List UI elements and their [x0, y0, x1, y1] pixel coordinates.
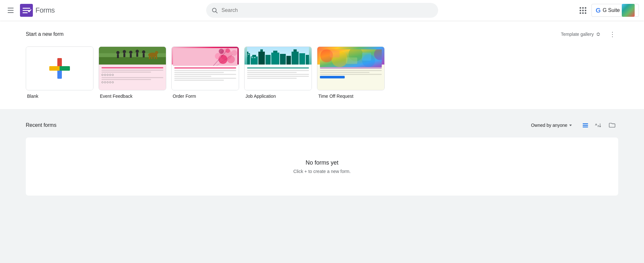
svg-rect-41	[260, 49, 263, 52]
search-container	[206, 3, 438, 18]
plus-icon	[49, 58, 70, 79]
gsuite-g-letter: G	[596, 7, 601, 14]
order-thumb-content	[172, 47, 239, 90]
svg-rect-46	[286, 56, 291, 65]
blank-thumb-content	[26, 47, 93, 90]
header-right: G G Suite	[568, 4, 639, 17]
svg-rect-66	[583, 125, 588, 126]
template-card-order-form[interactable]: Order Form	[171, 46, 239, 99]
empty-subtitle: Click + to create a new form.	[293, 169, 351, 174]
more-options-button[interactable]: ⋮	[607, 28, 618, 40]
recent-header: Recent forms Owned by anyone	[26, 119, 618, 131]
blank-label: Blank	[26, 94, 93, 99]
svg-line-5	[216, 12, 217, 13]
new-form-section: Start a new form Template gallery ⋮	[0, 21, 644, 109]
svg-rect-49	[299, 53, 305, 65]
job-photo-svg	[247, 47, 309, 65]
svg-point-11	[123, 50, 126, 53]
gsuite-label: G Suite	[603, 7, 620, 13]
apps-grid-button[interactable]	[577, 5, 589, 16]
sort-az-button[interactable]: A Z	[592, 119, 605, 131]
empty-title: No forms yet	[305, 159, 338, 166]
order-photo-svg	[173, 48, 237, 66]
blank-thumbnail	[26, 46, 93, 90]
user-avatar	[622, 4, 635, 17]
event-thumb-content	[99, 47, 166, 90]
event-photo	[99, 47, 166, 65]
event-thumb-top	[99, 47, 166, 65]
search-input[interactable]	[222, 7, 433, 13]
list-view-button[interactable]	[580, 119, 591, 131]
template-card-blank[interactable]: Blank	[26, 46, 93, 99]
svg-rect-23	[154, 56, 155, 59]
main-content: Start a new form Template gallery ⋮	[0, 21, 644, 206]
svg-rect-42	[265, 55, 271, 65]
job-thumb-body	[245, 65, 312, 90]
svg-rect-7	[99, 56, 166, 65]
order-thumb-body	[172, 65, 239, 90]
svg-rect-24	[156, 56, 157, 59]
event-photo-svg	[99, 47, 166, 65]
template-card-job-application[interactable]: Job Application	[244, 46, 312, 99]
timeoff-thumb-top	[317, 47, 384, 65]
svg-rect-51	[247, 54, 247, 55]
header-left: Forms	[5, 4, 76, 17]
svg-point-15	[136, 50, 139, 53]
svg-rect-39	[252, 55, 256, 56]
svg-rect-54	[251, 57, 253, 58]
svg-rect-10	[117, 54, 119, 58]
time-off-request-thumbnail	[317, 46, 385, 90]
template-gallery-label: Template gallery	[561, 32, 594, 37]
svg-rect-45	[280, 54, 286, 65]
svg-point-9	[116, 51, 120, 54]
event-feedback-thumbnail	[99, 46, 166, 90]
svg-rect-64	[362, 53, 371, 61]
svg-rect-21	[149, 56, 150, 59]
menu-button[interactable]	[5, 5, 16, 15]
expand-arrows-icon	[595, 31, 601, 37]
job-application-thumbnail	[244, 46, 312, 90]
list-view-icon	[582, 122, 589, 128]
job-thumb-top	[245, 47, 312, 65]
svg-rect-47	[292, 52, 299, 65]
new-form-header-right: Template gallery ⋮	[558, 28, 618, 40]
svg-rect-62	[330, 51, 340, 57]
templates-row: Blank	[26, 46, 618, 99]
svg-point-17	[142, 50, 145, 54]
view-icons: A Z	[580, 119, 618, 131]
svg-rect-3	[23, 12, 28, 13]
svg-rect-48	[293, 49, 297, 52]
time-off-request-label: Time Off Request	[317, 94, 385, 99]
svg-rect-14	[130, 54, 132, 58]
app-logo[interactable]: Forms	[20, 4, 55, 17]
search-bar	[206, 3, 438, 18]
recent-controls: Owned by anyone A	[528, 119, 618, 131]
svg-rect-37	[247, 52, 248, 53]
svg-rect-44	[273, 51, 277, 53]
new-form-title: Start a new form	[26, 31, 63, 37]
gsuite-badge[interactable]: G G Suite	[591, 4, 639, 17]
more-dots-icon: ⋮	[609, 31, 616, 37]
template-card-time-off-request[interactable]: Time Off Request	[317, 46, 385, 99]
owned-by-button[interactable]: Owned by anyone	[528, 121, 574, 130]
folder-view-button[interactable]	[606, 119, 618, 131]
svg-text:Z: Z	[598, 125, 599, 128]
template-card-event-feedback[interactable]: Event Feedback	[99, 46, 166, 99]
svg-point-29	[215, 53, 221, 59]
folder-view-icon	[609, 122, 616, 128]
order-form-thumbnail	[171, 46, 239, 90]
svg-point-28	[227, 56, 235, 63]
job-thumb-content	[245, 47, 312, 90]
new-form-header: Start a new form Template gallery ⋮	[26, 28, 618, 40]
svg-rect-16	[136, 53, 138, 57]
timeoff-thumb-body	[317, 65, 384, 90]
event-thumb-body	[99, 65, 166, 90]
svg-rect-65	[583, 123, 588, 124]
svg-rect-43	[271, 53, 279, 65]
template-gallery-button[interactable]: Template gallery	[558, 29, 604, 39]
timeoff-photo-svg	[320, 49, 382, 67]
svg-rect-63	[346, 57, 357, 64]
svg-rect-22	[151, 56, 152, 59]
recent-title: Recent forms	[26, 122, 56, 128]
owned-by-label: Owned by anyone	[531, 123, 567, 128]
